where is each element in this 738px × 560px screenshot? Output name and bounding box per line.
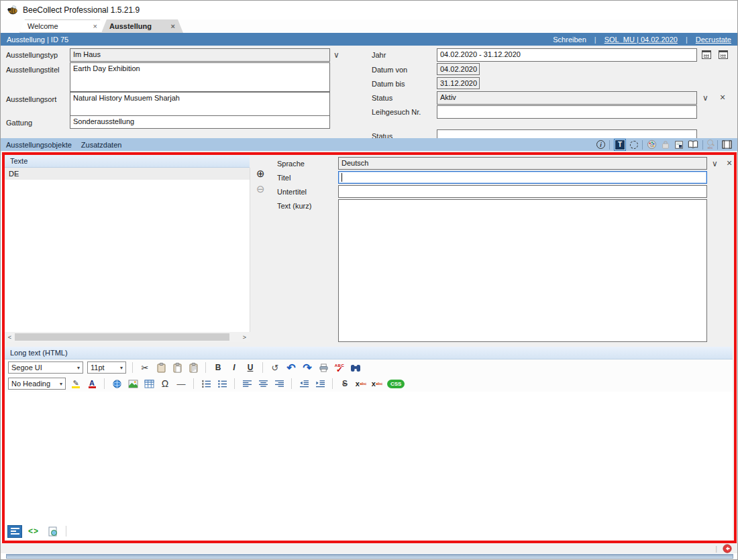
copy-icon[interactable]	[155, 361, 167, 374]
align-right-icon[interactable]	[273, 378, 285, 390]
numbered-list-icon[interactable]	[200, 378, 212, 390]
divider	[234, 378, 235, 389]
indent-icon[interactable]	[314, 378, 326, 390]
rotate-icon[interactable]: ↺	[269, 361, 281, 374]
add-text-button[interactable]: ⊕	[256, 168, 265, 178]
calendar-icon[interactable]	[702, 50, 711, 59]
scroll-left-icon[interactable]: <	[5, 334, 15, 341]
status-field[interactable]: Aktiv	[437, 91, 697, 105]
bullet-list-icon[interactable]	[216, 378, 228, 390]
text-tool-selected[interactable]: T	[614, 139, 626, 151]
datum-von-field[interactable]: 04.02.2020	[437, 63, 480, 75]
paste-icon[interactable]	[171, 361, 183, 374]
sprache-field[interactable]: Deutsch	[338, 157, 707, 170]
font-color-icon[interactable]: A	[86, 378, 98, 390]
tab-welcome-close-icon[interactable]: ×	[93, 22, 97, 30]
sub-toolbar: Ausstellungsobjekte Zusatzdaten i T abc	[1, 138, 737, 151]
divider	[262, 362, 263, 373]
error-navigation-icon[interactable]	[723, 544, 732, 553]
redo-icon[interactable]: ↷	[301, 361, 313, 374]
form-icon[interactable]	[674, 140, 684, 150]
leihgesuch-field[interactable]	[437, 105, 697, 119]
ausstellungsort-label: Ausstellungsort	[6, 95, 56, 103]
info-icon[interactable]: i	[596, 140, 605, 149]
texte-list-item-de[interactable]: DE	[5, 168, 250, 180]
text-kurz-field[interactable]	[338, 199, 707, 342]
bold-button[interactable]: B	[212, 361, 224, 374]
font-family-select[interactable]: Segoe UI▾	[8, 361, 83, 374]
scrollbar-thumb[interactable]	[15, 333, 229, 341]
tab-welcome[interactable]: Welcome ×	[19, 19, 105, 33]
jahr-label: Jahr	[372, 51, 386, 59]
design-view-button[interactable]	[7, 525, 22, 538]
cut-icon[interactable]: ✂	[139, 361, 151, 374]
editor-toolbar-row2: No Heading▾ ✎ A Ω — S xabc xabc CSS	[5, 376, 733, 392]
subnav-ausstellungsobjekte[interactable]: Ausstellungsobjekte	[6, 141, 72, 149]
heading-select[interactable]: No Heading▾	[8, 378, 66, 390]
divider	[66, 526, 66, 537]
divider	[702, 140, 703, 150]
horizontal-rule-icon[interactable]: —	[175, 378, 187, 390]
table-icon[interactable]	[143, 378, 155, 390]
strikethrough-icon[interactable]: S	[339, 378, 351, 390]
datum-bis-field[interactable]: 31.12.2020	[437, 77, 480, 89]
calendar-range-icon[interactable]	[719, 50, 728, 59]
filmstrip-icon[interactable]	[722, 140, 732, 149]
link-icon[interactable]	[111, 378, 123, 390]
ausstellungstyp-field[interactable]: Im Haus	[70, 48, 330, 62]
sprache-clear-icon[interactable]: ×	[727, 159, 732, 167]
gattung-label: Gattung	[6, 119, 32, 127]
record-header: Ausstellung | ID 75 Schreiben | SOL_MU |…	[1, 33, 737, 46]
dashed-circle-icon[interactable]	[630, 141, 638, 149]
editor-content-area[interactable]	[5, 392, 733, 522]
ausstellungstitel-label: Ausstellungstitel	[6, 66, 60, 74]
status-clear-icon[interactable]: ×	[720, 93, 725, 101]
subscript-icon[interactable]: xabc	[371, 378, 383, 390]
preview-button[interactable]	[45, 525, 60, 538]
subnav-zusatzdaten[interactable]: Zusatzdaten	[81, 141, 122, 149]
underline-button[interactable]: U	[244, 361, 256, 374]
user-date-link[interactable]: SOL_MU | 04.02.2020	[604, 36, 678, 44]
texte-list[interactable]: DE	[5, 168, 250, 332]
source-view-button[interactable]: <>	[26, 525, 41, 538]
book-icon[interactable]	[688, 140, 698, 149]
editor-mode-bar: <>	[5, 522, 733, 541]
status-chevron-down-icon[interactable]: ∨	[702, 94, 708, 102]
divider	[642, 140, 643, 150]
remove-text-button[interactable]: ⊖	[256, 184, 265, 194]
texte-hscrollbar[interactable]: < >	[5, 332, 250, 342]
bottom-scroll-strip[interactable]	[6, 554, 733, 559]
search-abc-icon-disabled: abc	[707, 139, 713, 150]
align-left-icon[interactable]	[241, 378, 253, 390]
divider	[609, 140, 610, 150]
sprache-chevron-down-icon[interactable]: ∨	[712, 160, 718, 168]
texte-panel-header: Texte	[5, 155, 250, 168]
ausstellungstyp-chevron-down-icon[interactable]: ∨	[333, 51, 339, 59]
gattung-field[interactable]: Sonderausstellung	[70, 115, 330, 129]
paste-text-icon[interactable]	[187, 361, 199, 374]
highlight-icon[interactable]: ✎	[70, 378, 82, 390]
ausstellungstitel-field[interactable]: Earth Day Exhibition	[70, 62, 330, 92]
font-size-select[interactable]: 11pt▾	[87, 361, 126, 374]
special-char-icon[interactable]: Ω	[159, 378, 171, 390]
decrustate-link[interactable]: Decrustate	[696, 36, 731, 44]
sprache-label: Sprache	[277, 160, 305, 168]
italic-button[interactable]: I	[228, 361, 240, 374]
tab-ausstellung-close-icon[interactable]: ×	[171, 22, 175, 30]
outdent-icon[interactable]	[298, 378, 310, 390]
print-icon[interactable]	[317, 361, 329, 374]
css-icon[interactable]: CSS	[387, 378, 405, 390]
undo-icon[interactable]: ↶	[285, 361, 297, 374]
find-icon[interactable]	[350, 361, 362, 374]
palette-icon[interactable]	[647, 139, 657, 150]
untertitel-field[interactable]	[338, 185, 707, 198]
superscript-icon[interactable]: xabc	[355, 378, 367, 390]
tab-welcome-label: Welcome	[28, 22, 58, 30]
tab-ausstellung[interactable]: Ausstellung ×	[101, 19, 183, 33]
image-icon[interactable]	[127, 378, 139, 390]
scroll-right-icon[interactable]: >	[240, 334, 250, 341]
titel-field[interactable]	[338, 171, 707, 184]
jahr-field[interactable]: 04.02.2020 - 31.12.2020	[437, 48, 697, 62]
spellcheck-icon[interactable]: ABC✓	[333, 361, 346, 374]
align-center-icon[interactable]	[257, 378, 269, 390]
